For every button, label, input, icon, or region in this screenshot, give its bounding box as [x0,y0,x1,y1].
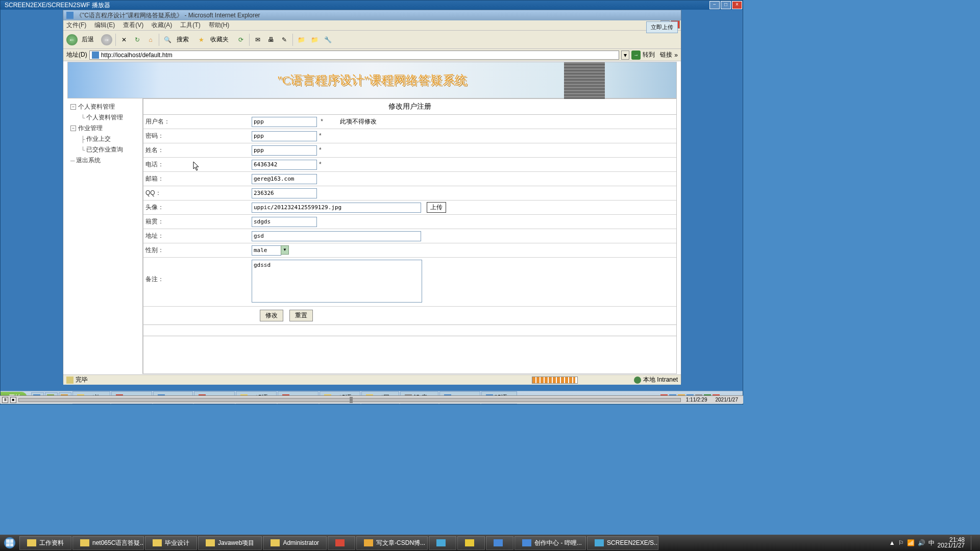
banner: "C语言程序设计"课程网络答疑系统 [67,62,677,98]
sidebar-item-homework[interactable]: − 作业管理 [70,123,139,134]
input-qq[interactable] [252,188,317,198]
host-taskbar-item[interactable]: SCREEN2EXE/S... [587,536,658,550]
history-icon[interactable]: ⟳ [236,35,246,45]
tray-flag-icon[interactable]: ⚐ [898,539,904,546]
select-gender[interactable]: male [252,245,281,256]
refresh-icon[interactable]: ↻ [132,35,142,45]
host-taskbar: 工作资料net065C语言答疑...毕业设计Javaweb项目Administr… [0,535,980,551]
zone-icon [634,377,641,384]
folder2-icon[interactable]: 📁 [309,35,320,45]
input-phone[interactable] [252,160,317,170]
address-bar: 地址(D) http://localhost/default.htm ▾ → 转… [63,49,681,61]
ie-menubar: 文件(F) 编辑(E) 查看(V) 收藏(A) 工具(T) 帮助(H) [63,20,681,31]
input-address[interactable] [252,231,421,241]
host-taskbar-item[interactable]: Administrator [263,536,327,550]
input-avatar[interactable] [252,203,421,213]
host-taskbar-item[interactable]: 创作中心 - 哔哩... [514,536,586,550]
host-taskbar-item[interactable]: 写文章-CSDN博... [356,536,428,550]
seek-bar[interactable] [18,398,681,402]
host-taskbar-item[interactable]: Javaweb项目 [198,536,262,550]
input-password[interactable] [252,131,317,141]
tree-collapse-icon[interactable]: − [70,126,76,131]
progress-bar [532,377,578,384]
windows-start[interactable] [0,536,19,550]
ie-title: 《"C语言程序设计"课程网络答疑系统》 - Microsoft Internet… [76,11,260,20]
go-button[interactable]: → [631,51,641,60]
address-dropdown[interactable]: ▾ [621,51,629,60]
sidebar-item-profile[interactable]: − 个人资料管理 [70,102,139,112]
player-minimize[interactable]: − [709,1,720,9]
host-tray: ▲ ⚐ 📶 🔊 中 21:48 2021/1/27 [885,536,980,550]
home-icon[interactable]: ⌂ [145,35,156,45]
favorites-icon[interactable]: ★ [196,35,206,45]
forward-button[interactable]: → [101,34,112,45]
modify-button[interactable]: 修改 [260,310,283,321]
label-address: 地址： [143,230,252,242]
sidebar-label: 作业管理 [78,124,103,133]
tray-up-icon[interactable]: ▲ [889,539,895,546]
done-icon [66,377,74,384]
host-taskbar-item[interactable] [328,536,355,550]
show-desktop[interactable] [971,536,976,550]
host-taskbar-item[interactable] [429,536,456,550]
label-password: 密码： [143,130,252,142]
back-label: 后退 [82,35,94,44]
label-name: 姓名： [143,144,252,157]
reset-button[interactable]: 重置 [289,310,313,321]
upload-ext-button[interactable]: 立即上传 [646,21,678,33]
sidebar-label: 个人资料管理 [78,103,115,111]
host-clock[interactable]: 21:48 2021/1/27 [938,537,965,548]
input-origin[interactable] [252,217,317,227]
sidebar: − 个人资料管理 └个人资料管理 − 作业管理 ├作业上交 └已交作业查询 [67,98,143,374]
player-date: 2021/1/27 [716,397,739,403]
tray-lang-icon[interactable]: 中 [928,539,935,547]
menu-file[interactable]: 文件(F) [66,21,86,30]
host-taskbar-item[interactable] [486,536,513,550]
textarea-remark[interactable]: gdssd [252,260,422,303]
sidebar-item-submit[interactable]: ├作业上交 [70,134,139,144]
menu-tools[interactable]: 工具(T) [180,21,200,30]
stop-icon[interactable]: ✕ [119,35,129,45]
label-phone: 电话： [143,158,252,171]
tree-collapse-icon[interactable]: − [70,104,76,110]
menu-edit[interactable]: 编辑(E) [94,21,115,30]
sidebar-item-profile-manage[interactable]: └个人资料管理 [70,112,139,123]
back-button[interactable]: ← [66,34,78,45]
page-icon [92,52,99,59]
print-icon[interactable]: 🖶 [266,35,276,45]
tool-icon[interactable]: 🔧 [323,35,333,45]
host-taskbar-item[interactable] [457,536,485,550]
mail-icon[interactable]: ✉ [253,35,263,45]
ie-icon [66,12,74,19]
player-maximize[interactable]: □ [721,1,731,9]
player-titlebar: SCREEN2EXE/SCREEN2SWF 播放器 − □ × [1,1,743,10]
host-taskbar-item[interactable]: net065C语言答疑... [72,536,144,550]
pause-button[interactable]: ⏸ [2,397,8,403]
status-zone: 本地 Intranet [643,375,678,384]
player-title: SCREEN2EXE/SCREEN2SWF 播放器 [5,1,110,10]
input-username[interactable] [252,117,317,127]
ie-toolbar: ← 后退 → ✕ ↻ ⌂ 🔍 搜索 ★ 收藏夹 ⟳ ✉ 🖶 ✎ 📁 📁 🔧 [63,31,681,49]
search-icon[interactable]: 🔍 [162,35,173,45]
address-input[interactable]: http://localhost/default.htm [89,51,620,60]
label-origin: 籍贯： [143,215,252,228]
note-username: 此项不得修改 [340,118,377,125]
stop-button[interactable]: ■ [10,397,16,403]
menu-favorites[interactable]: 收藏(A) [152,21,172,30]
folder-icon[interactable]: 📁 [296,35,306,45]
menu-help[interactable]: 帮助(H) [209,21,230,30]
ie-statusbar: 完毕 本地 Intranet [63,374,681,385]
sidebar-item-logout[interactable]: ─退出系统 [70,155,139,166]
input-name[interactable] [252,145,317,156]
sidebar-item-query[interactable]: └已交作业查询 [70,144,139,155]
input-email[interactable] [252,174,317,184]
tray-network-icon[interactable]: 📶 [907,539,915,546]
player-close[interactable]: × [732,1,742,9]
menu-view[interactable]: 查看(V) [123,21,143,30]
host-taskbar-item[interactable]: 毕业设计 [145,536,197,550]
host-taskbar-item[interactable]: 工作资料 [19,536,71,550]
tray-volume-icon[interactable]: 🔊 [918,539,925,546]
dropdown-icon[interactable]: ▼ [281,245,289,255]
edit-icon[interactable]: ✎ [279,35,289,45]
upload-button[interactable]: 上传 [427,202,446,213]
